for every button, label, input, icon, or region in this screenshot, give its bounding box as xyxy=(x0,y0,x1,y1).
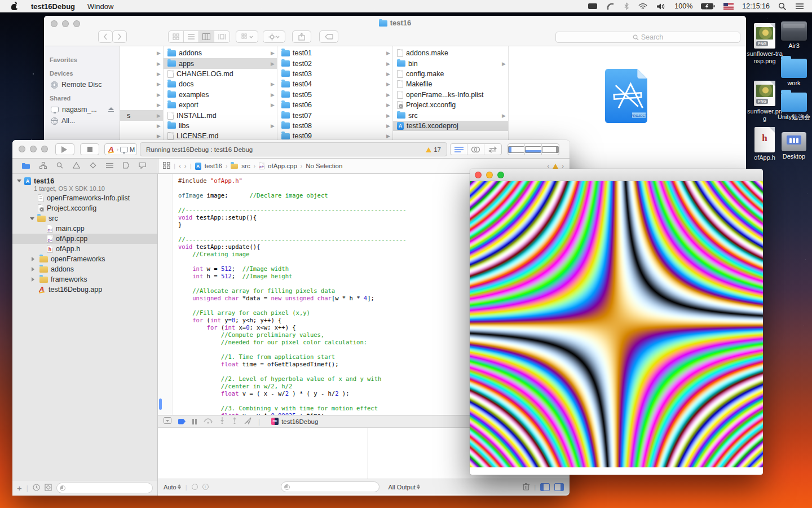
file-row-export[interactable]: export▶ xyxy=(164,100,277,110)
source-control-filter-icon[interactable] xyxy=(45,484,52,493)
debug-navigator-tab[interactable] xyxy=(106,162,113,170)
volume-icon[interactable] xyxy=(656,3,666,10)
minimize-button[interactable] xyxy=(486,172,493,178)
notification-center-icon[interactable] xyxy=(795,3,804,10)
jump-forward-button[interactable]: › xyxy=(184,163,187,169)
symbol-navigator-tab[interactable] xyxy=(39,162,47,170)
finder-toolbar[interactable]: test16 Search xyxy=(44,16,746,46)
desktop-icon-desktop[interactable]: Desktop xyxy=(776,125,812,160)
input-language-flag-icon[interactable] xyxy=(723,3,734,10)
hide-debug-area-button[interactable] xyxy=(164,417,171,426)
file-row[interactable]: ▶ xyxy=(120,100,163,110)
spotlight-search-icon[interactable] xyxy=(778,2,787,11)
breadcrumb-folder[interactable]: src xyxy=(241,163,250,169)
column-view-button[interactable] xyxy=(199,31,214,42)
file-row-test06[interactable]: test06▶ xyxy=(277,100,392,110)
file-row-test08[interactable]: test08▶ xyxy=(277,121,392,131)
variables-filter-field[interactable] xyxy=(281,481,379,492)
navigator-item-ofappcpp[interactable]: c+ofApp.cpp xyxy=(12,234,157,244)
close-button[interactable] xyxy=(19,146,25,152)
scroll-indicator[interactable] xyxy=(159,398,162,410)
file-row[interactable]: ▶ xyxy=(120,48,163,58)
toggle-navigator-button[interactable] xyxy=(508,144,525,155)
warning-badge[interactable]: 17 xyxy=(426,146,441,154)
standard-editor-button[interactable] xyxy=(451,144,467,155)
forward-button[interactable] xyxy=(112,30,127,43)
xcode-toolbar[interactable]: A › M Running test16Debug : test16 Debug… xyxy=(12,140,570,159)
file-row-bin[interactable]: bin▶ xyxy=(393,58,508,68)
file-row-addonsmake[interactable]: addons.make xyxy=(393,48,508,58)
breadcrumb-project[interactable]: test16 xyxy=(205,163,222,169)
watch-icon[interactable] xyxy=(192,484,198,490)
desktop-icon-unity[interactable]: Unity勉強会 xyxy=(776,86,812,121)
desktop-icon-work[interactable]: work xyxy=(776,52,812,87)
breakpoints-toggle-button[interactable] xyxy=(178,419,186,424)
breadcrumb-selection[interactable]: No Selection xyxy=(306,163,342,169)
zoom-button[interactable] xyxy=(497,172,504,178)
jump-back-button[interactable]: ‹ xyxy=(179,163,181,169)
clock[interactable]: 12:15:16 xyxy=(742,2,770,10)
navigator-item-frameworks[interactable]: frameworks xyxy=(12,274,157,284)
clear-console-button[interactable] xyxy=(523,483,529,492)
file-row-s[interactable]: s▶ xyxy=(120,110,163,120)
file-row-test01[interactable]: test01▶ xyxy=(277,48,392,58)
run-button[interactable] xyxy=(55,143,74,155)
back-button[interactable] xyxy=(98,30,113,43)
battery-percent[interactable]: 100% xyxy=(674,2,692,10)
debug-location-button[interactable] xyxy=(244,417,251,426)
share-button[interactable] xyxy=(292,30,311,43)
related-items-icon[interactable] xyxy=(163,162,170,170)
toggle-utilities-button[interactable] xyxy=(542,144,559,155)
disclosure-closed-icon[interactable] xyxy=(32,277,37,282)
file-row-test16xcodeproj[interactable]: Atest16.xcodeproj xyxy=(393,121,508,131)
step-into-button[interactable] xyxy=(219,417,225,426)
stop-button[interactable] xyxy=(80,143,99,155)
file-row-apps[interactable]: apps▶ xyxy=(164,58,277,68)
eject-icon[interactable] xyxy=(108,107,114,112)
coverflow-view-button[interactable] xyxy=(214,31,230,42)
navigator-item-src[interactable]: src xyxy=(12,213,157,224)
step-over-button[interactable] xyxy=(204,417,213,426)
sidebar-item-nagasm[interactable]: nagasm_... xyxy=(44,104,120,115)
navigator-item-maincpp[interactable]: c+main.cpp xyxy=(12,224,157,234)
navigator-item-openframeworksinfoplist[interactable]: openFrameworks-Info.plist xyxy=(12,193,157,203)
breadcrumb-file[interactable]: ofApp.cpp xyxy=(268,163,297,169)
version-editor-button[interactable] xyxy=(484,144,501,155)
action-menu-button[interactable] xyxy=(263,30,285,43)
debug-process-tab[interactable]: OF test16Debug xyxy=(271,418,318,425)
variables-scope-popup[interactable]: Auto xyxy=(164,483,181,491)
toggle-debug-area-button[interactable] xyxy=(525,144,542,155)
disclosure-closed-icon[interactable] xyxy=(32,267,37,271)
disclosure-open-icon[interactable] xyxy=(17,179,21,185)
file-row-libs[interactable]: libs▶ xyxy=(164,121,277,131)
test-navigator-tab[interactable] xyxy=(90,162,96,170)
minimize-button[interactable] xyxy=(30,146,37,152)
arrange-button[interactable] xyxy=(236,30,258,43)
navigator-project-row[interactable]: A test16 1 target, OS X SDK 10.10 xyxy=(12,176,157,193)
file-row-installmd[interactable]: INSTALL.md xyxy=(164,110,277,120)
issue-navigator-tab[interactable] xyxy=(73,162,80,170)
step-out-button[interactable] xyxy=(232,417,237,426)
assistant-editor-button[interactable] xyxy=(467,144,484,155)
file-row-test04[interactable]: test04▶ xyxy=(277,79,392,89)
bluetooth-icon[interactable] xyxy=(624,2,629,10)
file-row-examples[interactable]: examples▶ xyxy=(164,90,277,100)
navigator-item-openframeworks[interactable]: openFrameworks xyxy=(12,254,157,264)
recent-files-filter-icon[interactable] xyxy=(33,484,40,493)
battery-icon[interactable] xyxy=(701,3,715,10)
file-row-docs[interactable]: docs▶ xyxy=(164,79,277,89)
navigator-item-test16debugapp[interactable]: Atest16Debug.app xyxy=(12,284,157,295)
file-row[interactable]: ▶ xyxy=(120,121,163,131)
search-navigator-tab[interactable] xyxy=(56,162,63,170)
console-scope-popup[interactable]: All Output xyxy=(389,483,420,491)
file-row[interactable]: ▶ xyxy=(120,58,163,68)
list-view-button[interactable] xyxy=(184,31,199,42)
icon-view-button[interactable] xyxy=(169,31,184,42)
file-row[interactable]: ▶ xyxy=(120,90,163,100)
close-button[interactable] xyxy=(475,172,482,178)
zoom-button[interactable] xyxy=(41,146,48,152)
handoff-phone-icon[interactable] xyxy=(606,2,615,10)
file-row[interactable]: ▶ xyxy=(120,69,163,79)
tags-button[interactable] xyxy=(319,30,338,43)
add-file-button[interactable]: + xyxy=(17,483,22,493)
